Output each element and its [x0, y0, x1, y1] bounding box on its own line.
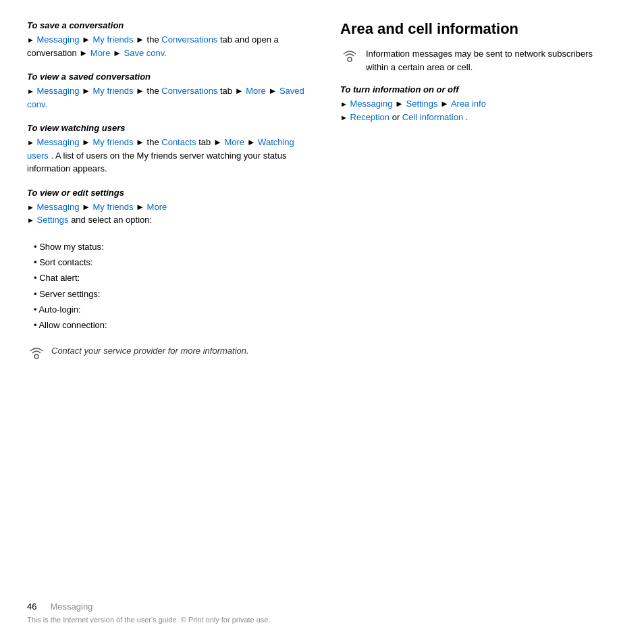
section-turn-info: To turn information on or off ► Messagin… [340, 84, 617, 124]
area-info-intro-text: Information messages may be sent to netw… [366, 47, 617, 74]
section-watching-users-title: To view watching users [27, 123, 306, 133]
arrow-12: ► [82, 137, 92, 147]
arrow-3: ► [136, 34, 146, 45]
note-box: Contact your service provider for more i… [27, 344, 306, 363]
arrow-2: ► [82, 34, 92, 45]
turn-info-line1: ► Messaging ► Settings ► Area info [340, 97, 617, 111]
footer-page-number: 46 [27, 601, 36, 612]
area-info-intro: Information messages may be sent to netw… [340, 47, 617, 74]
turn-info-period: . [466, 112, 468, 122]
section-turn-info-body: ► Messaging ► Settings ► Area info ► Rec… [340, 97, 617, 124]
section-save-conversation-body: ► Messaging ► My friends ► the Conversat… [27, 33, 306, 59]
settings-bullet-list: Show my status: Sort contacts: Chat aler… [34, 239, 306, 333]
footer-disclaimer: This is the Internet version of the user… [27, 616, 617, 624]
right-column: Area and cell information Information me… [327, 20, 617, 588]
section-watching-users-body: ► Messaging ► My friends ► the Contacts … [27, 136, 306, 176]
turn-info-area-info: Area info [451, 99, 486, 109]
bullet-server-settings: Server settings: [34, 286, 306, 302]
section-save-conversation-title: To save a conversation [27, 20, 306, 30]
section-save-conversation: To save a conversation ► Messaging ► My … [27, 20, 306, 59]
arrow-10: ► [268, 86, 279, 96]
section-view-saved-conversation: To view a saved conversation ► Messaging… [27, 72, 306, 111]
section-edit-settings-title: To view or edit settings [27, 188, 306, 198]
watching-rest: . A list of users on the My friends serv… [27, 151, 286, 174]
edit-settings-more: More [147, 202, 167, 212]
view-saved-the: the [147, 86, 162, 96]
section-view-saved-conversation-title: To view a saved conversation [27, 72, 306, 82]
view-saved-myfriends: My friends [93, 86, 134, 96]
arrow-4: ► [79, 48, 90, 58]
section-edit-settings: To view or edit settings ► Messaging ► M… [27, 188, 306, 227]
left-column: To save a conversation ► Messaging ► My … [27, 20, 306, 588]
save-conv-the: the [147, 34, 162, 45]
view-saved-messaging: Messaging [37, 86, 82, 96]
save-conv-messaging: Messaging [37, 34, 82, 45]
section-watching-users: To view watching users ► Messaging ► My … [27, 123, 306, 176]
svg-point-0 [34, 354, 38, 358]
arrow-icon-20: ► [340, 100, 348, 108]
svg-point-1 [348, 57, 352, 61]
watching-tab: tab [198, 137, 213, 147]
turn-info-reception: Reception [350, 112, 390, 122]
arrow-18: ► [136, 202, 146, 212]
arrow-17: ► [82, 202, 92, 212]
footer-page-label: Messaging [50, 601, 92, 612]
turn-info-cell-info: Cell information [402, 112, 463, 122]
signal-icon [27, 344, 46, 363]
arrow-22: ► [440, 99, 451, 109]
bullet-server-settings-text: Server settings: [39, 289, 100, 299]
edit-settings-settings: Settings [37, 215, 69, 225]
edit-settings-line1: ► Messaging ► My friends ► More [27, 200, 306, 214]
save-conv-conversations: Conversations [161, 34, 217, 45]
footer-page: 46 Messaging [27, 601, 617, 612]
bullet-chat-alert-text: Chat alert: [39, 273, 80, 283]
bullet-show-status-text: Show my status: [39, 242, 103, 252]
section-edit-settings-body: ► Messaging ► My friends ► More ► Settin… [27, 200, 306, 227]
arrow-7: ► [82, 86, 92, 96]
turn-info-line2: ► Reception or Cell information . [340, 111, 617, 124]
save-conv-myfriends: My friends [93, 34, 134, 45]
view-saved-tab: tab [220, 86, 235, 96]
arrow-9: ► [235, 86, 246, 96]
edit-settings-myfriends: My friends [93, 202, 134, 212]
save-conv-saveconv: Save conv. [124, 48, 167, 58]
turn-info-or: or [392, 112, 402, 122]
edit-settings-and-select: and select an option: [71, 215, 152, 225]
page-container: To save a conversation ► Messaging ► My … [0, 0, 644, 644]
watching-contacts: Contacts [161, 137, 196, 147]
watching-messaging: Messaging [37, 137, 82, 147]
arrow-5: ► [113, 48, 124, 58]
arrow-14: ► [213, 137, 224, 147]
edit-settings-messaging: Messaging [37, 202, 82, 212]
save-conv-more: More [90, 48, 111, 58]
section-view-saved-conversation-body: ► Messaging ► My friends ► the Conversat… [27, 84, 306, 111]
arrow-15: ► [247, 137, 258, 147]
arrow-13: ► [136, 137, 146, 147]
bullet-allow-connection: Allow connection: [34, 317, 306, 333]
footer: 46 Messaging This is the Internet versio… [27, 588, 617, 624]
view-saved-conversations: Conversations [161, 86, 217, 96]
content-area: To save a conversation ► Messaging ► My … [27, 20, 617, 588]
turn-info-settings: Settings [406, 99, 438, 109]
area-signal-icon [340, 47, 359, 66]
watching-more: More [224, 137, 244, 147]
edit-settings-line2: ► Settings and select an option: [27, 213, 306, 227]
bullet-auto-login: Auto-login: [34, 302, 306, 317]
arrow-21: ► [395, 99, 406, 109]
arrow-icon-11: ► [27, 138, 34, 146]
arrow-8: ► [136, 86, 146, 96]
bullet-chat-alert: Chat alert: [34, 270, 306, 286]
arrow-icon-19: ► [27, 216, 34, 224]
arrow-icon-23: ► [340, 113, 348, 122]
view-saved-more: More [246, 86, 266, 96]
note-text: Contact your service provider for more i… [51, 344, 249, 358]
section-turn-info-title: To turn information on or off [340, 84, 617, 95]
arrow-icon-1: ► [27, 36, 34, 44]
bullet-sort-contacts: Sort contacts: [34, 254, 306, 270]
arrow-icon-16: ► [27, 203, 34, 211]
turn-info-messaging: Messaging [350, 99, 396, 109]
bullet-show-status: Show my status: [34, 239, 306, 254]
watching-myfriends: My friends [93, 137, 134, 147]
area-info-title: Area and cell information [340, 20, 617, 38]
bullet-auto-login-text: Auto-login: [38, 304, 80, 315]
